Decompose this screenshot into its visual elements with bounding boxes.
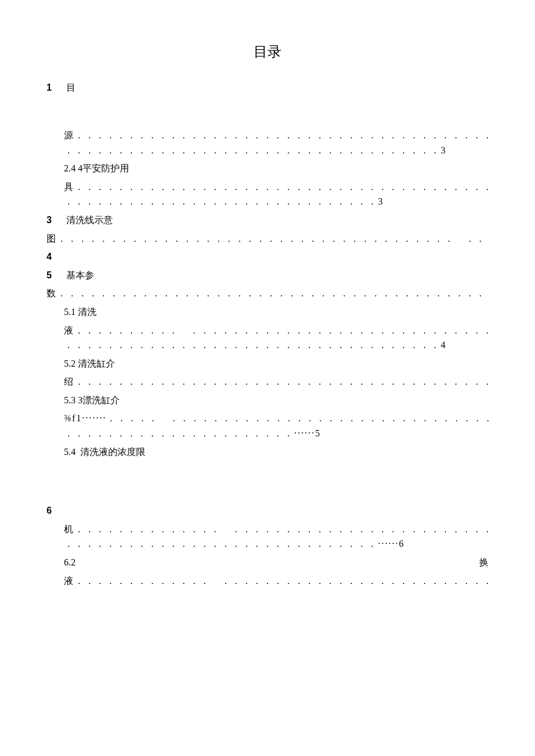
section-label: 清洗 [78,307,97,317]
dots: ．．．．．．．．．．．．．．．．．．．．．．．．．．．．．．．．．．．．．．．．… [74,130,488,140]
toc-section-5-1: 5.1 清洗 [47,304,488,320]
dots: ．．．．．．．．．．．．．．．．．．．．．．．．．．．．．．3 [64,196,384,206]
toc-section-1: 1 目 [47,80,488,95]
entry-char: 液 [64,325,74,335]
dots: ．．．．．．．．．．．．．．．．．．．．．．．．．．．．．．．．．．．．4 [64,340,447,350]
entry-char: 源 [64,130,74,140]
toc-section-6-2: 6.2 换 [47,555,488,570]
toc-entry-ye2: 液．．．．．．．．．．．．． ．．．．．．．．．．．．．．．．．．．．．．．．．… [47,574,488,589]
section-label: 清洗液的浓度限 [80,447,145,457]
toc-section-2-4: 2.4 4平安防护用 [47,161,488,176]
toc-entry-ye: 液．．．．．．．．．． ．．．．．．．．．．．．．．．．．．．．．．．．．．．．… [47,323,488,353]
toc-section-6: 6 [47,503,488,518]
section-number: 6.2 [64,557,76,567]
dots: ．．．．．．．．．．．．．．．．．．．．．．．．．．．．．．．．．．．．．．．．… [57,288,488,298]
toc-entry-yuan: 源．．．．．．．．．．．．．．．．．．．．．．．．．．．．．．．．．．．．．．．… [47,128,488,157]
toc-entry-ju: 具．．．．．．．．．．．．．．．．．．．．．．．．．．．．．．．．．．．．．．．… [47,180,488,209]
section-number: 5.3 [64,395,76,405]
entry-char: 图 [47,234,57,243]
toc-entry-ji: 机．．．．．．．．．．．．．． ．．．．．．．．．．．．．．．．．．．．．．．．… [47,522,488,551]
toc-title: 目录 [47,41,488,63]
toc-entry-tu: 图．．．．．．．．．．．．．．．．．．．．．．．．．．．．．．．．．．．．．． … [47,231,488,246]
toc-section-5-4: 5.4 清洗液的浓度限 [47,445,488,460]
section-number: 5.1 [64,307,76,317]
entry-char: 机 [64,524,74,534]
right-char: 换 [479,555,488,570]
toc-section-5-3: 5.3 3漂洗缸介 [47,393,488,408]
dots: ．．．．．．．．．．．．．．．．．．．．．．······5 [64,428,321,438]
toc-entry-shao: 绍．．．．．．．．．．．．．．．．．．．．．．．．．．．．．．．．．．．．．．．… [47,374,488,389]
section-number: 5 [47,268,64,283]
toc-entry-shu: 数．．．．．．．．．．．．．．．．．．．．．．．．．．．．．．．．．．．．．．．… [47,286,488,301]
dots: ．．．．．．．．．．．．．．．．．．．．．．．．．．．．．．．．．．．．．． ．… [57,234,488,243]
section-label: 清洗线示意 [66,215,113,225]
entry-char: 绍 [64,377,74,386]
dots: ·······．．．．． ．．．．．．．．．．．．．．．．．．．．．．．．．．．… [82,413,488,423]
toc-section-3: 3 清洗线示意 [47,213,488,228]
section-number: 4 [47,249,64,264]
dots: ．．．．．．．．．． ．．．．．．．．．．．．．．．．．．．．．．．．．．．．．… [74,325,488,335]
toc-section-5: 5 基本参 [47,268,488,283]
dots: ．．．．．．．．．．．．． ．．．．．．．．．．．．．．．．．．．．．．．．．．… [74,576,488,586]
toc-entry-f1: ⅜f1·······．．．．． ．．．．．．．．．．．．．．．．．．．．．．．．… [47,411,488,440]
section-number: 5.2 [64,359,76,368]
section-label: 目 [66,83,76,92]
section-number: 5.4 [64,447,76,457]
dots: ．．．．．．．．．．．．．． ．．．．．．．．．．．．．．．．．．．．．．．．．… [74,524,488,534]
section-number: 1 [47,80,64,95]
entry-char: 液 [64,576,74,586]
toc-section-5-2: 5.2 清洗缸介 [47,356,488,371]
dots: ．．．．．．．．．．．．．．．．．．．．．．．．．．．．．．．．．．．．．．．．… [74,182,488,192]
dots: ．．．．．．．．．．．．．．．．．．．．．．．．．．．．．．······6 [64,539,405,549]
section-number: 2.4 [64,163,76,173]
section-label: 基本参 [66,270,94,280]
dots: ．．．．．．．．．．．．．．．．．．．．．．．．．．．．．．．．．．．．．．．．… [74,377,488,386]
section-label: 4平安防护用 [78,163,129,173]
section-number: 6 [47,503,64,518]
section-label: 3漂洗缸介 [78,395,120,405]
entry-char: 数 [47,288,57,298]
dots: ．．．．．．．．．．．．．．．．．．．．．．．．．．．．．．．．．．．．3 [64,145,447,155]
entry-char: ⅜f1 [64,413,82,423]
section-number: 3 [47,213,64,228]
toc-section-4: 4 [47,249,488,264]
entry-char: 具 [64,182,74,192]
section-label: 清洗缸介 [78,359,115,368]
